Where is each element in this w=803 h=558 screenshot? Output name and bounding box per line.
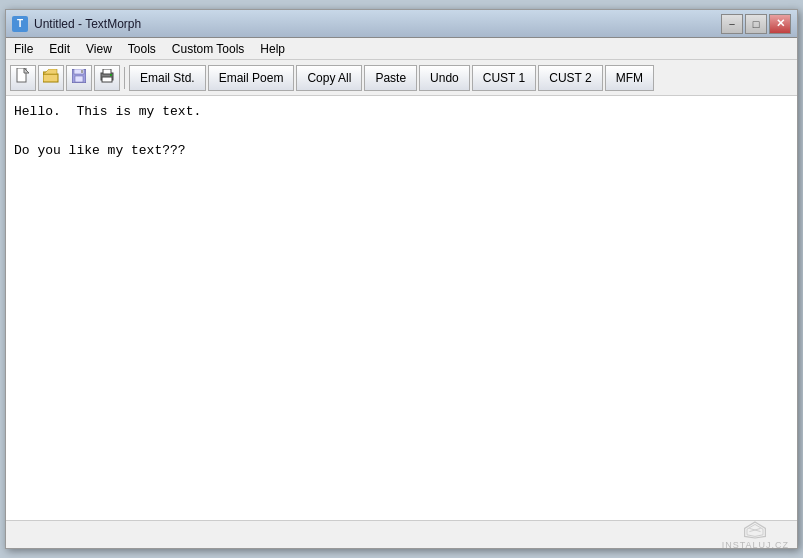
maximize-button[interactable]: □ — [745, 14, 767, 34]
svg-rect-12 — [102, 77, 112, 82]
editor-textarea[interactable] — [6, 96, 797, 520]
new-icon — [16, 68, 30, 87]
svg-rect-9 — [81, 70, 83, 73]
save-button[interactable] — [66, 65, 92, 91]
menu-edit[interactable]: Edit — [41, 38, 78, 59]
svg-rect-4 — [43, 74, 58, 82]
email-std-button[interactable]: Email Std. — [129, 65, 206, 91]
new-button[interactable] — [10, 65, 36, 91]
menu-help[interactable]: Help — [252, 38, 293, 59]
svg-point-13 — [110, 74, 112, 76]
watermark-text: INSTALUJ.CZ — [722, 540, 789, 550]
print-button[interactable] — [94, 65, 120, 91]
undo-button[interactable]: Undo — [419, 65, 470, 91]
save-icon — [72, 69, 86, 86]
menu-tools[interactable]: Tools — [120, 38, 164, 59]
watermark-logo-icon — [743, 520, 767, 540]
status-bar: INSTALUJ.CZ — [6, 520, 797, 548]
paste-button[interactable]: Paste — [364, 65, 417, 91]
copy-all-button[interactable]: Copy All — [296, 65, 362, 91]
menu-bar: File Edit View Tools Custom Tools Help — [6, 38, 797, 60]
toolbar: Email Std. Email Poem Copy All Paste Und… — [6, 60, 797, 96]
mfm-button[interactable]: MFM — [605, 65, 654, 91]
cust2-button[interactable]: CUST 2 — [538, 65, 602, 91]
cust1-button[interactable]: CUST 1 — [472, 65, 536, 91]
main-window: T Untitled - TextMorph − □ ✕ File Edit V… — [5, 9, 798, 549]
toolbar-separator — [124, 67, 125, 89]
app-icon: T — [12, 16, 28, 32]
close-button[interactable]: ✕ — [769, 14, 791, 34]
title-bar-left: T Untitled - TextMorph — [12, 16, 141, 32]
open-button[interactable] — [38, 65, 64, 91]
open-icon — [43, 69, 59, 86]
title-buttons: − □ ✕ — [721, 14, 791, 34]
menu-file[interactable]: File — [6, 38, 41, 59]
email-poem-button[interactable]: Email Poem — [208, 65, 295, 91]
title-bar: T Untitled - TextMorph − □ ✕ — [6, 10, 797, 38]
window-title: Untitled - TextMorph — [34, 17, 141, 31]
print-icon — [100, 69, 114, 86]
menu-custom-tools[interactable]: Custom Tools — [164, 38, 252, 59]
watermark: INSTALUJ.CZ — [722, 520, 789, 550]
svg-rect-11 — [103, 69, 111, 74]
menu-view[interactable]: View — [78, 38, 120, 59]
minimize-button[interactable]: − — [721, 14, 743, 34]
svg-rect-8 — [75, 76, 83, 82]
